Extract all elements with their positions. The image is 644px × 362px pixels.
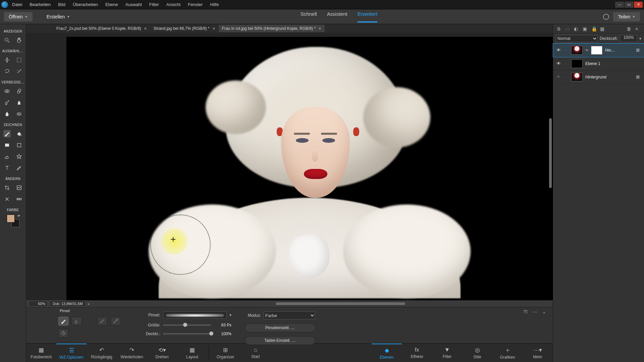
move-tool-icon[interactable] [3,56,11,64]
layer-row[interactable]: 👁 · Ebene 1 [553,57,644,70]
sponge-tool-icon[interactable] [15,110,23,118]
panel-menu-icon[interactable]: ≡ [635,26,641,32]
brush-settings-button[interactable]: Pinseleinstell. … [245,323,315,332]
lock-icon[interactable]: · [564,74,569,79]
chevron-right-icon[interactable]: ▸ [88,302,90,306]
shape-tool-icon[interactable] [15,141,23,149]
help-icon[interactable]: ?⃝ [523,309,529,315]
layer-opacity-value[interactable]: 100% [620,35,637,42]
redeye-tool-icon[interactable] [3,87,11,95]
chevron-down-icon[interactable]: ▾ [229,313,231,317]
foreground-color-swatch[interactable] [7,215,15,223]
menu-image[interactable]: Bild [58,2,65,7]
color-swatch[interactable]: ⇄ [7,215,19,227]
collapse-panel-icon[interactable]: ⌄ [542,309,548,315]
dock-photo-bin[interactable]: ▦Fotobereich [26,344,56,362]
recompose-tool-icon[interactable] [15,184,23,191]
window-minimize-button[interactable]: ─ [615,2,624,8]
more-options-icon[interactable]: ⋯ [533,309,539,315]
layer-blend-mode-select[interactable]: Normal [556,35,598,42]
layer-mask-icon[interactable]: ▣ [583,26,588,32]
layer-thumbnail[interactable] [571,46,583,55]
zoom-level-field[interactable]: 50% [28,301,48,307]
menu-help[interactable]: Hilfe [210,2,219,7]
layer-thumbnail[interactable] [571,59,583,68]
brush-opacity-value[interactable]: 100% [214,331,231,336]
straighten-tool-icon[interactable] [15,195,23,203]
layer-row[interactable]: 👁 · ⇋ Hin… ▦ [553,44,644,57]
menu-revise[interactable]: Überarbeiten [73,2,98,7]
dock-tool-options[interactable]: ☰WZ-Optionen [56,344,87,362]
horizontal-scrollbar[interactable] [91,302,553,306]
adjustment-layer-icon[interactable]: ◐ [574,26,579,32]
window-close-button[interactable]: ✕ [634,2,643,8]
brush-variant-mixer-button[interactable] [58,329,68,338]
dock-layers[interactable]: ◆Ebenen [372,344,402,362]
brush-variant-impressionist-button[interactable] [72,317,82,325]
chevron-down-icon[interactable]: ▾ [639,36,641,41]
lock-icon[interactable]: · [564,61,569,66]
canvas[interactable]: + [66,37,553,300]
hand-tool-icon[interactable] [15,37,23,44]
dock-styles[interactable]: ◎Stile [462,344,492,362]
link-layers-icon[interactable]: ▦ [600,26,605,32]
zoom-tool-icon[interactable] [3,37,11,44]
dock-layout[interactable]: ▦Layout [177,344,207,362]
brush-variant-color-replace-button[interactable] [111,317,121,325]
blend-mode-select[interactable]: Farbe [264,311,315,319]
clone-stamp-tool-icon[interactable] [15,99,23,106]
document-tab[interactable]: Frau in rot.jpg bei 50% (Hintergrund Kop… [219,25,325,32]
close-icon[interactable]: ✕ [212,26,215,31]
dock-more[interactable]: ⋯▾Mehr [523,344,553,362]
delete-layer-icon[interactable]: 🗑 [627,26,632,32]
dock-filters[interactable]: ▼Filter [432,344,462,362]
healing-tool-icon[interactable] [15,87,23,95]
mode-quick-tab[interactable]: Schnell [301,11,317,22]
type-tool-icon[interactable] [3,164,11,172]
dock-home[interactable]: ⌂Start [240,344,271,362]
brush-opacity-slider[interactable] [163,333,211,335]
advanced-blend-icon[interactable]: ▦ [636,74,641,80]
smart-brush-tool-icon[interactable] [3,99,11,106]
mode-assistant-tab[interactable]: Assistent [327,11,347,22]
close-icon[interactable]: ✕ [144,26,147,31]
menu-file[interactable]: Datei [12,2,22,7]
menu-filter[interactable]: Filter [149,2,159,7]
layer-thumbnail[interactable] [571,73,583,81]
crop-tool-icon[interactable] [3,184,11,191]
scrollbar-thumb[interactable] [276,302,405,305]
pencil-tool-icon[interactable] [15,164,23,172]
visibility-toggle-icon[interactable]: 👁 [556,48,561,53]
document-tab[interactable]: Frau7_2x.psd bei 50% (Ebene 0 Kopie, RGB… [53,25,150,32]
brush-preset-picker[interactable] [163,311,227,319]
dock-graphics[interactable]: ＋Grafiken [492,344,523,362]
brush-variant-brush-button[interactable] [58,317,68,325]
close-icon[interactable]: ✕ [318,26,321,31]
dock-effects[interactable]: fxEffekte [402,344,432,362]
lasso-tool-icon[interactable] [3,68,11,75]
eraser-tool-icon[interactable] [3,153,11,160]
visibility-toggle-icon[interactable]: 👁 [556,61,561,66]
visibility-toggle-icon[interactable]: 👁 [556,74,561,79]
dock-undo[interactable]: ↶Rückgängig [87,344,117,362]
document-tab[interactable]: Strand.jpg bei 66,7% (RGB/8) * ✕ [150,25,219,32]
menu-view[interactable]: Ansicht [166,2,181,7]
lock-layer-icon[interactable]: 🔒 [591,26,597,32]
swap-colors-icon[interactable]: ⇄ [17,214,20,217]
menu-layer[interactable]: Ebene [105,2,118,7]
menu-edit[interactable]: Bearbeiten [30,2,51,7]
scrollbar-thumb[interactable] [549,118,552,188]
share-button[interactable]: Teilen ▼ [613,12,640,21]
vertical-scrollbar[interactable] [548,33,553,300]
gradient-tool-icon[interactable] [3,141,11,149]
mode-advanced-tab[interactable]: Erweitert [358,11,377,22]
tablet-settings-button[interactable]: Tablet-Einstell. … [245,336,315,345]
content-aware-move-tool-icon[interactable] [3,195,11,203]
blur-tool-icon[interactable] [3,110,11,118]
layer-name[interactable]: Hin… [605,48,633,53]
menu-window[interactable]: Fenster [188,2,203,7]
create-button[interactable]: Erstellen ▼ [42,12,74,21]
layer-mask-thumbnail[interactable] [591,46,602,55]
marquee-tool-icon[interactable] [15,56,23,64]
pattern-stamp-tool-icon[interactable] [15,153,23,160]
